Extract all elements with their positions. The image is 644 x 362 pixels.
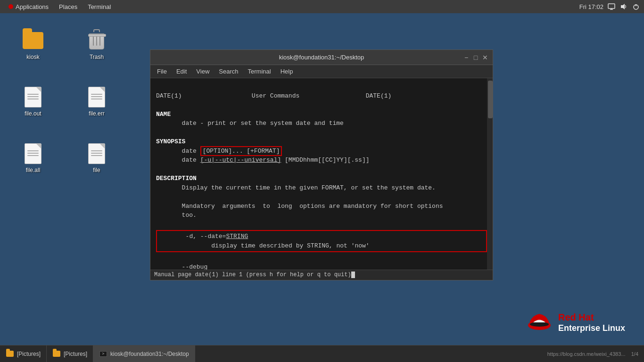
redhat-dot: [8, 4, 13, 9]
terminal-window-controls: − □ ✕: [461, 54, 489, 61]
desktop-icon-file-err[interactable]: file.err: [78, 84, 116, 119]
desktop-icon-kiosk[interactable]: kiosk: [14, 27, 52, 62]
terminal-scrollbar-thumb[interactable]: [488, 81, 493, 118]
power-icon[interactable]: [632, 2, 640, 11]
kiosk-label: kiosk: [26, 54, 39, 60]
trash-icon: [85, 29, 108, 52]
desktop-icon-file[interactable]: file: [78, 140, 116, 175]
desktop-icon-trash[interactable]: Trash: [78, 27, 116, 62]
taskbar-url: https://blog.csdn.me/weixi_4383... 1/4: [547, 351, 644, 357]
redhat-text: Red Hat Enterprise Linux: [558, 311, 625, 333]
svg-point-7: [530, 322, 549, 327]
desktop: kiosk Trash: [0, 13, 146, 348]
terminal-menu-search[interactable]: Search: [214, 67, 243, 76]
taskbar-folder-icon-2: [52, 350, 61, 358]
terminal-menubar: File Edit View Search Terminal Help: [150, 65, 493, 78]
svg-marker-3: [621, 4, 625, 9]
synopsis-section-title: SYNOPSIS: [156, 138, 185, 145]
terminal-menu-view[interactable]: View: [191, 67, 214, 76]
applications-menu[interactable]: Applications: [4, 2, 53, 11]
taskbar-folder-icon-1: [6, 350, 14, 358]
top-bar-right: Fri 17:02: [579, 2, 640, 11]
terminal-content[interactable]: DATE(1) User Commands DATE(1) NAME date …: [150, 78, 493, 270]
name-section-title: NAME: [156, 111, 171, 118]
synopsis-highlight-1: [OPTION]... [+FORMAT]: [200, 146, 282, 156]
volume-icon[interactable]: [619, 2, 628, 11]
redhat-hat-icon: [527, 310, 553, 334]
taskbar-label-pictures1: [Pictures]: [17, 351, 41, 357]
taskbar-label-terminal: kiosk@foundation31:~/Desktop: [110, 351, 189, 357]
redhat-product-name: Enterprise Linux: [558, 323, 625, 333]
terminal-titlebar: kiosk@foundation31:~/Desktop − □ ✕: [150, 50, 493, 65]
terminal-text: DATE(1) User Commands DATE(1) NAME date …: [150, 78, 493, 270]
date-header-line: DATE(1) User Commands DATE(1): [156, 92, 391, 99]
close-button[interactable]: ✕: [481, 54, 489, 61]
minimize-button[interactable]: −: [462, 54, 470, 61]
cursor: [351, 272, 355, 278]
terminal-menu[interactable]: Terminal: [83, 2, 116, 11]
taskbar: [Pictures] [Pictures] kiosk@foundation31…: [0, 345, 644, 362]
string-underline: STRING: [226, 233, 248, 240]
taskbar-item-pictures2[interactable]: [Pictures]: [47, 346, 93, 362]
terminal-title: kiosk@foundation31:~/Desktop: [182, 54, 461, 61]
terminal-status-bar: Manual page date(1) line 1 (press h for …: [150, 270, 493, 280]
synopsis-u-option: [-u|--utc|--universal]: [200, 156, 281, 164]
taskbar-terminal-icon: [99, 350, 107, 358]
file-all-icon: [22, 142, 44, 165]
file-err-icon: [85, 86, 108, 108]
file-out-icon: [22, 86, 44, 108]
maximize-button[interactable]: □: [472, 54, 479, 61]
desktop-icon-file-all[interactable]: file.all: [14, 140, 52, 175]
terminal-scrollbar[interactable]: [487, 78, 493, 270]
redhat-logo: Red Hat Enterprise Linux: [527, 310, 625, 334]
places-menu[interactable]: Places: [54, 2, 82, 11]
description-section-title: DESCRIPTION: [156, 175, 197, 182]
trash-label: Trash: [90, 54, 104, 60]
option-debug-title: --debug: [182, 263, 208, 270]
file-icon: [85, 142, 108, 165]
taskbar-item-pictures1[interactable]: [Pictures]: [0, 346, 47, 362]
terminal-menu-edit[interactable]: Edit: [172, 67, 191, 76]
file-err-label: file.err: [89, 110, 104, 117]
folder-icon: [22, 29, 44, 52]
clock: Fri 17:02: [579, 3, 603, 10]
svg-rect-0: [608, 4, 615, 8]
taskbar-item-terminal[interactable]: kiosk@foundation31:~/Desktop: [93, 346, 195, 362]
terminal-menu-terminal[interactable]: Terminal: [243, 67, 276, 76]
file-all-label: file.all: [26, 167, 41, 173]
name-section-content: date - print or set the system date and …: [156, 120, 344, 127]
file-label: file: [93, 167, 100, 173]
redhat-brand-name: Red Hat: [558, 311, 625, 323]
taskbar-label-pictures2: [Pictures]: [64, 351, 87, 357]
top-menubar: Applications Places Terminal Fri 17:02: [0, 0, 644, 13]
status-text: Manual page date(1) line 1 (press h for …: [154, 272, 355, 278]
terminal-menu-file[interactable]: File: [152, 67, 172, 76]
display-icon[interactable]: [607, 2, 616, 11]
terminal-window: kiosk@foundation31:~/Desktop − □ ✕ File …: [150, 49, 493, 280]
file-out-label: file.out: [25, 110, 41, 117]
desktop-icon-file-out[interactable]: file.out: [14, 84, 52, 119]
top-bar-left: Applications Places Terminal: [4, 2, 116, 11]
option-d-highlight-box: -d, --date=STRING display time described…: [156, 230, 487, 252]
terminal-menu-help[interactable]: Help: [276, 67, 298, 76]
